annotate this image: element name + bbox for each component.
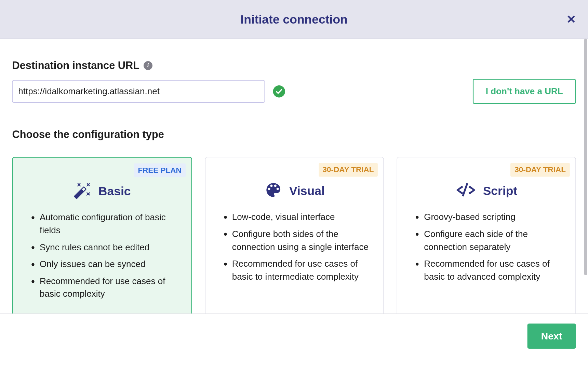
card-title: Script bbox=[483, 184, 518, 197]
config-card-basic[interactable]: FREE PLAN Basic Automatic configuration … bbox=[12, 157, 192, 313]
list-item: Automatic configuration of basic fields bbox=[40, 211, 182, 237]
scrollbar-thumb[interactable] bbox=[584, 39, 587, 275]
no-url-button[interactable]: I don't have a URL bbox=[473, 79, 576, 104]
modal-header: Initiate connection ✕ bbox=[0, 0, 588, 39]
list-item: Configure each side of the connection se… bbox=[424, 227, 566, 253]
card-title: Basic bbox=[98, 184, 131, 198]
next-button[interactable]: Next bbox=[527, 323, 576, 348]
palette-icon bbox=[264, 181, 283, 201]
scrollbar[interactable] bbox=[584, 39, 588, 312]
close-button[interactable]: ✕ bbox=[566, 13, 576, 26]
list-item: Recommended for use cases of basic to in… bbox=[232, 257, 374, 283]
card-header: Script bbox=[407, 181, 566, 201]
modal-body: Destination instance URL i I don't have … bbox=[0, 39, 588, 313]
url-row: I don't have a URL bbox=[12, 79, 576, 104]
list-item: Low-code, visual interface bbox=[232, 210, 374, 223]
magic-wand-icon bbox=[73, 181, 92, 201]
modal-footer: Next bbox=[0, 313, 588, 358]
destination-url-input[interactable] bbox=[12, 80, 265, 102]
plan-badge: 30-DAY TRIAL bbox=[510, 163, 570, 177]
list-item: Only issues can be synced bbox=[40, 257, 182, 270]
modal-title: Initiate connection bbox=[240, 12, 348, 26]
list-item: Sync rules cannot be edited bbox=[40, 241, 182, 254]
card-features-list: Automatic configuration of basic fields … bbox=[23, 211, 182, 301]
card-title: Visual bbox=[289, 184, 325, 197]
check-icon bbox=[273, 85, 285, 97]
info-icon[interactable]: i bbox=[144, 61, 152, 70]
code-icon bbox=[455, 181, 477, 201]
config-card-visual[interactable]: 30-DAY TRIAL Visual Low-code, visual int… bbox=[205, 157, 384, 313]
url-label-text: Destination instance URL bbox=[12, 59, 139, 72]
list-item: Recommended for use cases of basic compl… bbox=[40, 275, 182, 300]
config-cards: FREE PLAN Basic Automatic configuration … bbox=[12, 157, 576, 313]
list-item: Groovy-based scripting bbox=[424, 210, 566, 223]
card-header: Visual bbox=[215, 181, 374, 201]
config-card-script[interactable]: 30-DAY TRIAL Script Groovy-based scripti… bbox=[397, 157, 576, 313]
card-features-list: Low-code, visual interface Configure bot… bbox=[215, 210, 374, 283]
list-item: Configure both sides of the connection u… bbox=[232, 227, 374, 253]
close-icon: ✕ bbox=[566, 13, 576, 26]
config-section-label: Choose the configuration type bbox=[12, 128, 576, 141]
list-item: Recommended for use cases of basic to ad… bbox=[424, 257, 566, 283]
plan-badge: FREE PLAN bbox=[134, 163, 186, 177]
card-header: Basic bbox=[23, 181, 182, 201]
plan-badge: 30-DAY TRIAL bbox=[319, 163, 378, 177]
card-features-list: Groovy-based scripting Configure each si… bbox=[407, 210, 566, 283]
url-section-label: Destination instance URL i bbox=[12, 59, 576, 72]
